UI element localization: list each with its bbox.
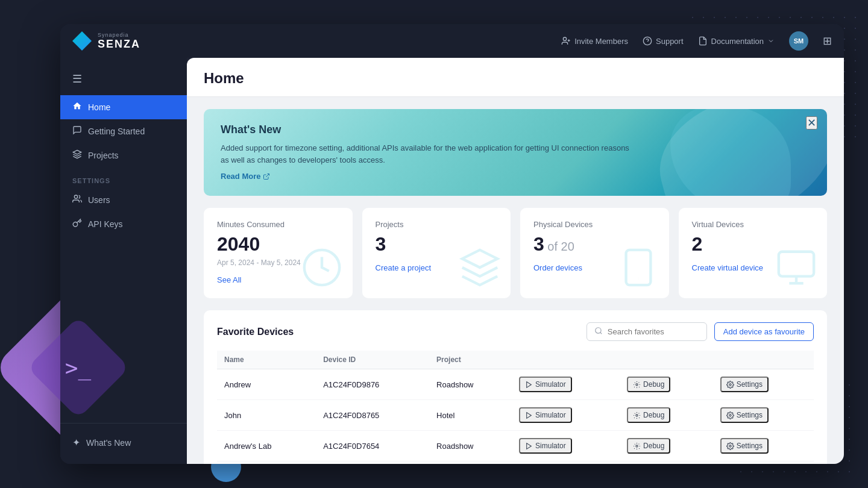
- favorites-controls: Add device as favourite: [587, 322, 814, 341]
- doc-icon: [698, 36, 708, 46]
- logo-sub: Synapedia: [98, 32, 140, 38]
- sidebar-item-projects[interactable]: Projects: [60, 143, 187, 167]
- stat-card-virtual-devices: Virtual Devices 2 Create virtual device: [679, 208, 828, 298]
- device-action-simulator-1: Simulator: [512, 400, 620, 431]
- sidebar-item-getting-started[interactable]: Getting Started: [60, 119, 187, 143]
- sidebar-item-api-keys[interactable]: API Keys: [60, 212, 187, 236]
- support-button[interactable]: Support: [643, 36, 684, 46]
- device-name-1: John: [217, 400, 316, 431]
- device-action-simulator-0: Simulator: [512, 369, 620, 400]
- stat-label-projects: Projects: [376, 220, 498, 229]
- stat-card-projects: Projects 3 Create a project: [362, 208, 511, 298]
- table-row: John A1C24F0D8765 Hotel Simulator Debug …: [217, 400, 814, 431]
- device-action-simulator-2: Simulator: [512, 431, 620, 461]
- col-device-id: Device ID: [316, 351, 429, 369]
- device-stat-icon: [617, 246, 659, 289]
- svg-rect-12: [779, 252, 814, 277]
- support-label: Support: [656, 37, 684, 46]
- svg-point-21: [636, 414, 638, 416]
- layers-stat-icon: [459, 246, 501, 289]
- sparkle-icon: ✦: [72, 437, 80, 448]
- device-action-settings-2: Settings: [713, 431, 814, 461]
- terminal-icon: >_: [65, 355, 91, 380]
- table-body: Andrew A1C24F0D9876 Roadshow Simulator D…: [217, 369, 814, 461]
- device-action-debug-0: Debug: [620, 369, 713, 400]
- hamburger-button[interactable]: ☰: [60, 67, 187, 95]
- settings-button-2[interactable]: Settings: [720, 438, 769, 454]
- sidebar-item-users-label: Users: [88, 195, 110, 205]
- stat-label-minutes: Minutes Consumed: [217, 220, 339, 229]
- devices-table: Name Device ID Project Andrew A1C24F0D98…: [217, 351, 814, 461]
- grid-icon[interactable]: ⊞: [823, 34, 832, 48]
- svg-point-19: [729, 383, 731, 385]
- sidebar-item-home[interactable]: Home: [60, 95, 187, 119]
- device-project-2: Roadshow: [429, 431, 512, 461]
- settings-button-0[interactable]: Settings: [720, 377, 769, 392]
- svg-line-7: [266, 174, 269, 177]
- svg-marker-20: [527, 412, 532, 418]
- invite-icon: [561, 36, 571, 46]
- col-project: Project: [429, 351, 512, 369]
- support-icon: [643, 36, 652, 46]
- layers-icon: [72, 149, 82, 161]
- sidebar-item-whats-new[interactable]: ✦ What's New: [60, 431, 187, 454]
- documentation-button[interactable]: Documentation: [698, 36, 775, 46]
- sidebar-item-home-label: Home: [88, 102, 110, 112]
- main-body: ☰ Home Getting Started Projects SETTI: [60, 58, 844, 464]
- debug-button-0[interactable]: Debug: [627, 377, 670, 392]
- search-icon: [594, 327, 603, 337]
- svg-marker-5: [73, 150, 81, 154]
- svg-point-24: [636, 445, 638, 446]
- debug-button-1[interactable]: Debug: [627, 407, 670, 423]
- invite-members-label: Invite Members: [574, 37, 628, 46]
- banner-close-button[interactable]: ✕: [806, 116, 817, 130]
- col-action2: [620, 351, 713, 369]
- stats-grid: Minutes Consumed 2040 Apr 5, 2024 - May …: [204, 208, 827, 298]
- table-head: Name Device ID Project: [217, 351, 814, 369]
- stat-card-minutes: Minutes Consumed 2040 Apr 5, 2024 - May …: [204, 208, 353, 298]
- banner-body: Added support for timezone setting, addi…: [221, 142, 631, 166]
- banner-read-more-link[interactable]: Read More: [221, 172, 270, 181]
- device-name-2: Andrew's Lab: [217, 431, 316, 461]
- banner-read-more-label: Read More: [221, 172, 260, 181]
- sidebar-item-users[interactable]: Users: [60, 188, 187, 212]
- logo-text: SENZA: [98, 38, 140, 51]
- stat-label-physical: Physical Devices: [533, 220, 656, 229]
- col-name: Name: [217, 351, 316, 369]
- simulator-button-2[interactable]: Simulator: [519, 438, 572, 454]
- svg-point-22: [729, 414, 731, 416]
- home-icon: [72, 101, 82, 113]
- key-icon: [72, 218, 82, 230]
- table-header-row: Name Device ID Project: [217, 351, 814, 369]
- svg-point-0: [563, 37, 566, 40]
- comment-icon: [72, 125, 82, 137]
- svg-marker-17: [527, 381, 532, 387]
- table-row: Andrew A1C24F0D9876 Roadshow Simulator D…: [217, 369, 814, 400]
- chevron-down-icon: [767, 37, 775, 45]
- simulator-button-0[interactable]: Simulator: [519, 377, 572, 392]
- table-row: Andrew's Lab A1C24F0D7654 Roadshow Simul…: [217, 431, 814, 461]
- settings-button-1[interactable]: Settings: [720, 407, 769, 423]
- content-area: Home ✕ What's New Added support for time…: [187, 58, 844, 464]
- users-icon: [72, 194, 82, 206]
- device-action-debug-2: Debug: [620, 431, 713, 461]
- device-name-0: Andrew: [217, 369, 316, 400]
- device-id-2: A1C24F0D7654: [316, 431, 429, 461]
- simulator-button-1[interactable]: Simulator: [519, 407, 572, 423]
- physical-value-suffix: of 20: [544, 240, 574, 253]
- add-device-favourite-button[interactable]: Add device as favourite: [714, 322, 814, 341]
- top-bar-right: Invite Members Support Documentation SM …: [561, 31, 832, 51]
- svg-rect-10: [626, 250, 650, 285]
- avatar[interactable]: SM: [789, 31, 808, 51]
- invite-members-button[interactable]: Invite Members: [561, 36, 628, 46]
- sidebar-item-whats-new-label: What's New: [86, 438, 131, 448]
- banner-title: What's New: [221, 124, 810, 136]
- device-action-settings-1: Settings: [713, 400, 814, 431]
- physical-value-main: 3: [533, 233, 544, 255]
- svg-line-16: [600, 333, 602, 334]
- logo-diamond-icon: [72, 31, 92, 51]
- device-id-0: A1C24F0D9876: [316, 369, 429, 400]
- search-input[interactable]: [608, 327, 699, 336]
- logo-text-block: Synapedia SENZA: [98, 32, 140, 51]
- debug-button-2[interactable]: Debug: [627, 438, 670, 454]
